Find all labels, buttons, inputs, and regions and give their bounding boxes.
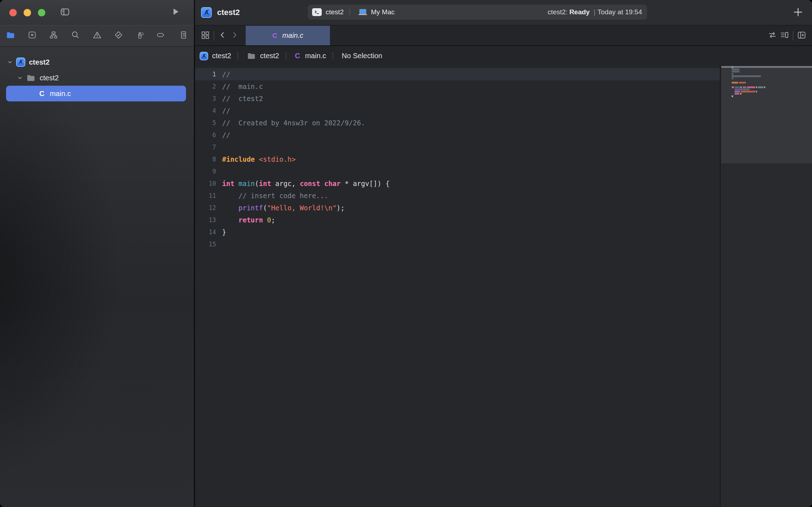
status-state: Ready <box>569 8 590 16</box>
breadcrumb-item[interactable]: ctest2 <box>260 52 279 60</box>
code-text: } <box>216 228 226 236</box>
code-text: // main.c <box>216 82 263 90</box>
navigator-sidebar: ctest2 ctest2 C main.c <box>0 0 194 507</box>
code-area[interactable]: 1//2// main.c3// ctest24//5// Created by… <box>195 66 720 507</box>
symbol-navigator-icon <box>49 30 58 41</box>
code-text: // Created by 4nsw3r on 2022/9/26. <box>216 119 365 127</box>
traffic-lights <box>9 9 45 16</box>
code-text: // <box>216 70 230 78</box>
project-app-icon <box>16 57 25 67</box>
line-number: 1 <box>195 71 216 78</box>
line-number: 2 <box>195 83 216 90</box>
minimap-line <box>732 86 765 88</box>
scheme-name[interactable]: ctest2 <box>326 8 344 16</box>
minimap-line <box>732 71 740 72</box>
line-number: 8 <box>195 156 216 163</box>
source-control-navigator-tab[interactable] <box>27 30 37 41</box>
tree-label: ctest2 <box>29 58 50 66</box>
sidebar-toggle-button[interactable] <box>60 6 70 19</box>
code-line[interactable]: 11 // insert code here... <box>195 190 720 202</box>
tab-overview-icon <box>200 30 210 41</box>
xcode-window: ctest2 ctest2 C main.c <box>0 0 812 507</box>
sidebar-toolbar <box>0 0 194 25</box>
code-line[interactable]: 10int main(int argc, const char * argv[]… <box>195 177 720 190</box>
c-file-badge: C <box>272 32 277 40</box>
line-number: 7 <box>195 144 216 151</box>
chevron-down-icon[interactable] <box>7 59 13 65</box>
chevron-right-separator: 〉 <box>237 50 241 62</box>
toolbar-separator <box>793 31 793 40</box>
chevron-right-separator: 〉 <box>349 7 353 17</box>
run-button[interactable] <box>168 5 182 19</box>
tab-bar: C main.c <box>195 26 812 46</box>
go-forward-button[interactable] <box>229 30 241 42</box>
code-line[interactable]: 15 <box>195 238 720 250</box>
breakpoint-navigator-tab[interactable] <box>156 30 167 41</box>
minimap-visible-region <box>721 66 812 164</box>
minimize-icon[interactable] <box>24 9 31 16</box>
code-line[interactable]: 5// Created by 4nsw3r on 2022/9/26. <box>195 117 720 129</box>
minimap[interactable] <box>720 66 812 507</box>
symbol-navigator-tab[interactable] <box>48 30 59 41</box>
code-review-icon <box>767 30 777 41</box>
code-text: #include <stdio.h> <box>216 155 296 163</box>
minimap-cursor-line <box>721 66 812 68</box>
terminal-icon <box>312 8 322 16</box>
minimap-line <box>732 73 733 75</box>
code-line[interactable]: 12 printf("Hello, World!\n"); <box>195 202 720 214</box>
activity-status[interactable]: ctest2: Ready | Today at 19:54 <box>547 5 642 20</box>
run-destination[interactable]: My Mac <box>371 8 395 16</box>
go-back-button[interactable] <box>216 30 229 42</box>
editor-options-button[interactable] <box>778 30 791 42</box>
zoom-icon[interactable] <box>38 9 45 16</box>
code-line[interactable]: 3// ctest2 <box>195 92 720 105</box>
line-number: 10 <box>195 180 216 187</box>
line-number: 3 <box>195 95 216 102</box>
code-line[interactable]: 14} <box>195 226 720 238</box>
main-toolbar: ctest2 ctest2 〉 My Mac ctest2 <box>195 0 812 26</box>
code-text: printf("Hello, World!\n"); <box>216 204 345 212</box>
code-review-button[interactable] <box>766 30 778 42</box>
breadcrumb-item[interactable]: main.c <box>305 52 326 60</box>
tree-row-project[interactable]: ctest2 <box>0 54 194 70</box>
report-navigator-icon <box>179 30 188 41</box>
line-number: 5 <box>195 119 216 126</box>
forward-icon <box>230 31 239 41</box>
tab-label: main.c <box>282 31 303 40</box>
tab-overview-button[interactable] <box>199 30 211 42</box>
code-line[interactable]: 4// <box>195 105 720 117</box>
code-line[interactable]: 2// main.c <box>195 80 720 92</box>
code-line[interactable]: 9 <box>195 165 720 177</box>
code-line[interactable]: 8#include <stdio.h> <box>195 153 720 165</box>
breadcrumb-item-no-selection[interactable]: No Selection <box>342 52 382 60</box>
breadcrumb-item[interactable]: ctest2 <box>212 52 231 60</box>
close-icon[interactable] <box>9 9 17 16</box>
code-line[interactable]: 6// <box>195 129 720 141</box>
find-navigator-icon <box>71 30 80 41</box>
project-navigator-tab[interactable] <box>5 30 16 41</box>
minimap-line <box>735 93 742 95</box>
code-text: // <box>216 131 230 139</box>
add-tab-button[interactable] <box>792 6 804 20</box>
sidebar-toggle-icon <box>60 6 70 19</box>
add-editor-button[interactable] <box>796 30 808 42</box>
find-navigator-tab[interactable] <box>70 30 81 41</box>
laptop-icon <box>358 8 368 16</box>
tab-main-c[interactable]: C main.c <box>246 26 330 45</box>
issue-navigator-tab[interactable] <box>92 30 102 41</box>
code-line[interactable]: 1// <box>195 68 720 80</box>
debug-navigator-tab[interactable] <box>135 30 146 41</box>
editor-controls <box>766 26 808 45</box>
tree-row-file-selected[interactable]: C main.c <box>6 86 186 101</box>
code-line[interactable]: 7 <box>195 141 720 153</box>
chevron-down-icon[interactable] <box>17 75 23 81</box>
sidebar-divider[interactable] <box>194 0 195 507</box>
activity-and-scheme-bar[interactable]: ctest2 〉 My Mac ctest2: Ready | Today at… <box>308 5 647 20</box>
report-navigator-tab[interactable] <box>178 30 189 41</box>
tree-row-group[interactable]: ctest2 <box>0 70 194 86</box>
minimap-line <box>732 69 740 70</box>
test-navigator-tab[interactable] <box>113 30 124 41</box>
editor-options-icon <box>780 30 790 41</box>
code-line[interactable]: 13 return 0; <box>195 214 720 226</box>
tree-label: ctest2 <box>40 74 59 82</box>
